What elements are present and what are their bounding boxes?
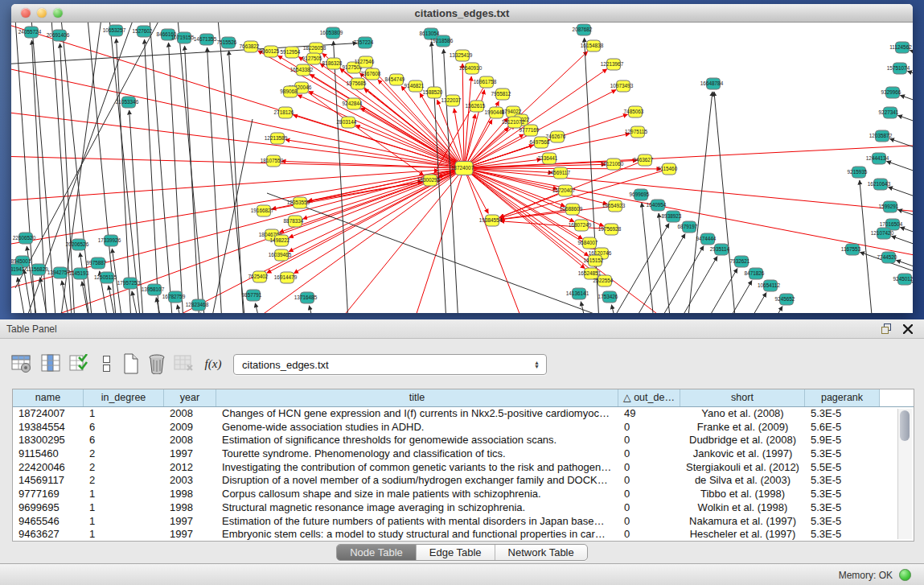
table-columns-icon[interactable]	[39, 352, 64, 376]
float-panel-icon[interactable]	[881, 323, 892, 334]
network-edge	[683, 92, 713, 313]
memory-status-label: Memory: OK	[839, 570, 893, 581]
network-node-label: 15720407	[552, 187, 576, 193]
network-node-label: 10973493	[610, 83, 634, 89]
table-row[interactable]: 969969511998Structural magnetic resonanc…	[13, 501, 914, 515]
table-cell: 14569117	[13, 474, 84, 488]
column-header-3[interactable]: year	[164, 389, 216, 406]
network-node-label: 1588520	[423, 89, 443, 95]
network-node-label: 8186328	[322, 60, 343, 66]
table-cell: 9699695	[13, 501, 84, 515]
network-node-label: 13325419	[450, 52, 473, 58]
window-titlebar[interactable]: citations_edges.txt	[11, 4, 913, 23]
network-view-window[interactable]: citations_edges.txt 18724007766382298601…	[11, 4, 913, 313]
table-cell: 49	[618, 407, 680, 421]
network-node-label: 13942757	[47, 270, 71, 275]
network-node-label: 2803144	[337, 119, 357, 125]
network-node-label: 19756928	[598, 226, 622, 232]
network-node-label: 1362615	[466, 103, 486, 109]
table-cell: 5.3E-5	[805, 528, 880, 542]
network-node-label: 5912954	[281, 49, 301, 55]
table-row[interactable]: 1938455462009Genome-wide association stu…	[13, 421, 914, 435]
table-settings-icon[interactable]	[10, 352, 34, 376]
network-node-label: 3931942	[11, 266, 25, 272]
network-node-label: 2367608	[361, 71, 381, 76]
vertical-scrollbar[interactable]	[897, 409, 912, 539]
network-node-label: 1640954	[647, 202, 667, 208]
network-node-label: 16154838	[581, 43, 604, 48]
network-node-label: 1167553	[841, 246, 861, 252]
rows-icon[interactable]	[95, 352, 119, 376]
table-cell: 2	[84, 447, 164, 461]
network-node-label: 16648784	[700, 80, 724, 86]
network-node-label: 2935114	[710, 246, 730, 252]
table-row[interactable]: 911546021997Tourette syndrome. Phenomeno…	[13, 447, 914, 461]
table-row[interactable]: 2242004622012Investigating the contribut…	[13, 461, 914, 475]
network-node-label: 8613054	[420, 31, 440, 36]
column-header-7[interactable]: pagerank	[805, 389, 880, 406]
table-cell: Corpus callosum shape and size in male p…	[216, 488, 618, 501]
network-node-label: 18724007	[451, 165, 474, 171]
tab-edge-table[interactable]: Edge Table	[417, 545, 495, 560]
column-header-6[interactable]: short	[680, 389, 805, 406]
column-header-2[interactable]: in_degree	[84, 389, 164, 406]
table-row[interactable]: 946554611997Estimation of the future num…	[13, 515, 914, 529]
table-panel-header: Table Panel	[0, 319, 924, 339]
table-cell: 9777169	[13, 488, 84, 501]
table-cell: Dudbridge et al. (2008)	[680, 434, 805, 447]
column-header-1[interactable]: name	[13, 389, 84, 406]
new-document-icon[interactable]	[119, 352, 143, 376]
table-cell: 1997	[164, 528, 216, 542]
table-cell: 5.3E-5	[805, 407, 880, 421]
network-node-label: 9777169	[519, 127, 540, 133]
network-node-label: 12213589	[265, 135, 288, 141]
network-node-label: 9474444	[696, 236, 717, 241]
network-canvas[interactable]: 1872400776638229860125591295418226058912…	[11, 23, 913, 313]
table-cell: Changes of HCN gene expression and I(f) …	[216, 407, 618, 421]
network-node-label: 10653257	[103, 27, 126, 33]
network-node-label: 9699695	[630, 192, 650, 197]
table-panel-title: Table Panel	[6, 323, 881, 335]
table-cell: Jankovic et al. (1997)	[680, 447, 805, 461]
attribute-table[interactable]: namein_degreeyeartitle△ out_de…shortpage…	[12, 389, 914, 542]
table-selector-dropdown[interactable]: citations_edges.txt ▲▼	[233, 354, 547, 375]
network-node-label: 16524851	[578, 270, 602, 276]
table-row[interactable]: 977716911998Corpus callosum shape and si…	[13, 488, 914, 501]
trash-icon[interactable]	[145, 352, 169, 376]
table-cell: 1997	[164, 515, 216, 529]
network-node-label: 17016504	[880, 221, 903, 227]
table-row[interactable]: 946362711997Embryonic stem cells: a mode…	[13, 528, 914, 542]
scrollbar-thumb[interactable]	[900, 410, 910, 441]
table-cell: 1	[84, 528, 164, 542]
table-cell: Franke et al. (2009)	[680, 421, 805, 435]
network-edge	[464, 143, 913, 168]
network-node-label: 6497568	[530, 139, 550, 145]
table-cell: 5.3E-5	[805, 515, 880, 529]
network-edge	[212, 119, 253, 313]
table-row[interactable]: 1872400712008Changes of HCN gene express…	[13, 407, 914, 421]
table-panel: Table Panel f(x) citation	[0, 319, 924, 563]
network-edge	[900, 227, 913, 249]
network-edge	[24, 270, 40, 313]
network-edge	[11, 23, 464, 168]
network-node-label: 10654112	[758, 282, 780, 288]
table-cell: 0	[618, 434, 680, 447]
network-node-label: 7955812	[491, 91, 511, 97]
column-header-5[interactable]: △ out_de…	[618, 389, 680, 406]
dropdown-stepper-icon: ▲▼	[534, 360, 540, 369]
network-node-label: 16914479	[274, 274, 298, 280]
table-row[interactable]: 1830029562008Estimation of significance …	[13, 434, 914, 447]
close-panel-icon[interactable]	[903, 324, 913, 334]
tab-node-table[interactable]: Node Table	[337, 545, 417, 560]
column-header-4[interactable]: title	[216, 389, 618, 406]
network-node-label: 9127505	[302, 56, 322, 61]
network-node-label: 10719155	[171, 35, 195, 40]
network-node-label: 7744520	[877, 254, 897, 260]
table-check-icon[interactable]	[68, 352, 92, 376]
network-edge	[132, 291, 148, 313]
table-row[interactable]: 1456911722003Disruption of a novel membe…	[13, 474, 914, 488]
network-node-label: 13716485	[294, 295, 318, 300]
tab-network-table[interactable]: Network Table	[495, 545, 587, 560]
function-builder-icon[interactable]: f(x)	[201, 352, 225, 376]
network-edge	[109, 286, 125, 313]
